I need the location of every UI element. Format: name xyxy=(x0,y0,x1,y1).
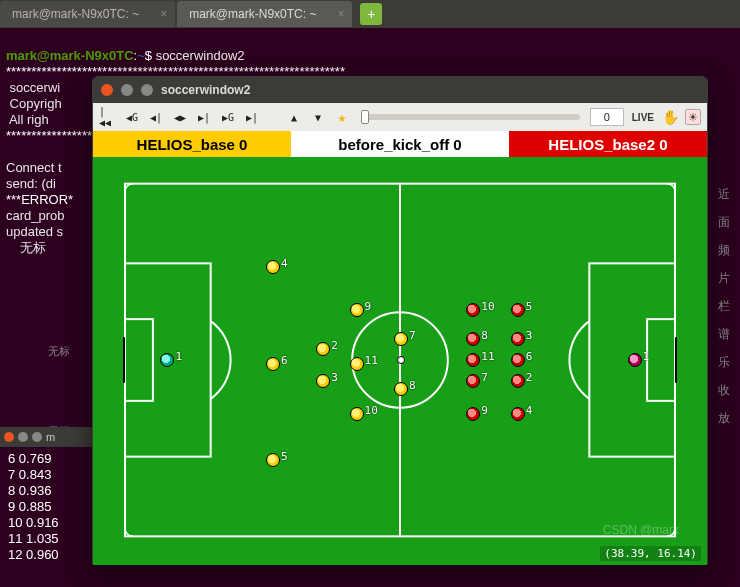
close-icon[interactable] xyxy=(4,432,14,442)
red-player-11[interactable] xyxy=(466,353,480,367)
side-label: 面 xyxy=(708,208,740,236)
tab-label: mark@mark-N9x0TC: ~ xyxy=(12,7,139,21)
terminal-line: Copyrigh xyxy=(6,96,62,111)
terminal-line: updated s xyxy=(6,224,63,239)
play-mode: before_kick_off 0 xyxy=(291,131,509,157)
terminal-tab-2[interactable]: mark@mark-N9x0TC: ~ × xyxy=(177,1,352,27)
svg-rect-7 xyxy=(647,319,675,401)
accel-back-button[interactable]: ▲ xyxy=(285,108,303,126)
red-player-6[interactable] xyxy=(511,353,525,367)
yellow-player-10[interactable] xyxy=(350,407,364,421)
minimize-icon[interactable] xyxy=(18,432,28,442)
yellow-player-11[interactable] xyxy=(350,357,364,371)
settings-icon[interactable]: ☀ xyxy=(685,109,701,125)
maximize-icon[interactable] xyxy=(32,432,42,442)
svg-rect-5 xyxy=(125,319,153,401)
cursor-coords: (38.39, 16.14) xyxy=(600,546,701,561)
accel-fwd-button[interactable]: ▼ xyxy=(309,108,327,126)
playback-toolbar: |◀◀ ◀G ◀| ◀▶ ▶| ▶G ▶| ▲ ▼ ★ 0 LIVE ✋ ☀ xyxy=(93,103,707,131)
watermark-text: CSDN @mark xyxy=(603,523,679,537)
close-icon[interactable] xyxy=(101,84,113,96)
red-player-7[interactable] xyxy=(466,374,480,388)
terminal-line: ***ERROR* xyxy=(6,192,73,207)
step-forward-button[interactable]: ▶| xyxy=(195,108,213,126)
score-bar: HELIOS_base 0 before_kick_off 0 HELIOS_b… xyxy=(93,131,707,157)
window-titlebar[interactable]: soccerwindow2 xyxy=(93,77,707,103)
seek-slider[interactable] xyxy=(361,114,580,120)
yellow-player-9[interactable] xyxy=(350,303,364,317)
team-left-score: HELIOS_base 0 xyxy=(93,131,291,157)
tab-label: mark@mark-N9x0TC: ~ xyxy=(189,7,316,21)
side-label: 放 xyxy=(708,404,740,432)
side-label: 乐 xyxy=(708,348,740,376)
svg-rect-8 xyxy=(123,337,125,383)
team-right-score: HELIOS_base2 0 xyxy=(509,131,707,157)
svg-rect-9 xyxy=(675,337,677,383)
terminal-line: card_prob xyxy=(6,208,65,223)
red-player-8[interactable] xyxy=(466,332,480,346)
side-label: 片 xyxy=(708,264,740,292)
last-frame-button[interactable]: ▶| xyxy=(243,108,261,126)
red-player-4[interactable] xyxy=(511,407,525,421)
star-icon[interactable]: ★ xyxy=(333,108,351,126)
side-label: 收 xyxy=(708,376,740,404)
step-back-button[interactable]: ◀| xyxy=(147,108,165,126)
new-tab-button[interactable]: + xyxy=(360,3,382,25)
side-label: 频 xyxy=(708,236,740,264)
terminal-line: All righ xyxy=(6,112,49,127)
red-player-2[interactable] xyxy=(511,374,525,388)
side-panel-labels: 近 面 频 片 栏 谱 乐 收 放 xyxy=(708,180,740,432)
slider-thumb[interactable] xyxy=(361,110,369,124)
red-player-9[interactable] xyxy=(466,407,480,421)
side-label: 谱 xyxy=(708,320,740,348)
frame-number[interactable]: 0 xyxy=(590,108,624,126)
yellow-player-2[interactable] xyxy=(316,342,330,356)
side-label: 栏 xyxy=(708,292,740,320)
terminal-cmd: soccerwindow2 xyxy=(156,48,245,63)
close-icon[interactable]: × xyxy=(160,7,167,21)
terminal-line: Connect t xyxy=(6,160,62,175)
terminal-tab-1[interactable]: mark@mark-N9x0TC: ~ × xyxy=(0,1,175,27)
live-button[interactable]: LIVE xyxy=(630,112,656,123)
terminal-line: soccerwi xyxy=(6,80,60,95)
yellow-player-6[interactable] xyxy=(266,357,280,371)
yellow-player-3[interactable] xyxy=(316,374,330,388)
yellow-player-5[interactable] xyxy=(266,453,280,467)
hand-icon[interactable]: ✋ xyxy=(662,109,679,125)
side-label: 近 xyxy=(708,180,740,208)
close-icon[interactable]: × xyxy=(337,7,344,21)
first-frame-button[interactable]: |◀◀ xyxy=(99,108,117,126)
yellow-player-1[interactable] xyxy=(160,353,174,367)
maximize-icon[interactable] xyxy=(141,84,153,96)
minimize-icon[interactable] xyxy=(121,84,133,96)
yellow-player-4[interactable] xyxy=(266,260,280,274)
red-player-10[interactable] xyxy=(466,303,480,317)
window-title: soccerwindow2 xyxy=(161,83,250,97)
play-pause-button[interactable]: ◀▶ xyxy=(171,108,189,126)
yellow-player-8[interactable] xyxy=(394,382,408,396)
soccerwindow-app: soccerwindow2 |◀◀ ◀G ◀| ◀▶ ▶| ▶G ▶| ▲ ▼ … xyxy=(92,76,708,564)
soccer-field[interactable]: (38.39, 16.14) CSDN @mark 12345678910111… xyxy=(93,157,707,565)
next-goal-button[interactable]: ▶G xyxy=(219,108,237,126)
terminal-line: 无标 xyxy=(6,240,46,255)
red-player-1[interactable] xyxy=(628,353,642,367)
tab-bar: mark@mark-N9x0TC: ~ × mark@mark-N9x0TC: … xyxy=(0,0,740,28)
red-player-3[interactable] xyxy=(511,332,525,346)
yellow-player-7[interactable] xyxy=(394,332,408,346)
prompt-user: mark@mark-N9x0TC xyxy=(6,48,134,63)
ball[interactable] xyxy=(397,356,405,364)
red-player-5[interactable] xyxy=(511,303,525,317)
thumbnail-label: 无标 xyxy=(48,344,70,359)
terminal-line: send: (di xyxy=(6,176,56,191)
prev-goal-button[interactable]: ◀G xyxy=(123,108,141,126)
